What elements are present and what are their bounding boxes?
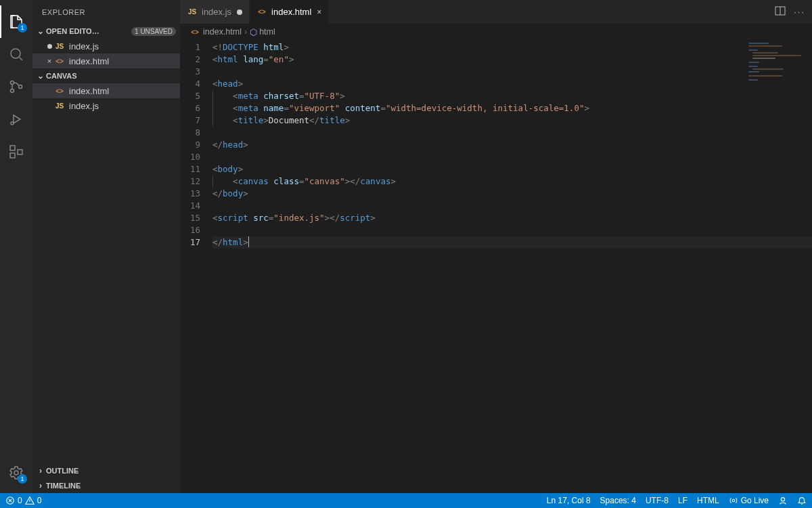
svg-point-12 xyxy=(781,498,784,501)
section-workspace[interactable]: ⌄ CANVAS xyxy=(32,68,180,83)
close-icon[interactable]: × xyxy=(45,57,54,65)
status-spaces[interactable]: Spaces: 4 xyxy=(600,496,636,505)
svg-point-11 xyxy=(732,499,735,502)
tab-label: index.html xyxy=(271,7,311,17)
html-file-icon: <> xyxy=(256,7,267,18)
js-file-icon: JS xyxy=(54,100,65,111)
section-outline-label: OUTLINE xyxy=(46,467,180,475)
activity-extensions-icon[interactable] xyxy=(0,135,32,168)
section-workspace-label: CANVAS xyxy=(46,72,180,80)
file-tree-item[interactable]: JSindex.js xyxy=(32,98,180,113)
sidebar: EXPLORER ⌄ OPEN EDITO… 1 UNSAVED JSindex… xyxy=(32,0,180,493)
section-timeline[interactable]: › TIMELINE xyxy=(32,478,180,493)
status-cursor[interactable]: Ln 17, Col 8 xyxy=(547,496,591,505)
dirty-indicator-icon xyxy=(237,7,242,17)
status-encoding[interactable]: UTF-8 xyxy=(646,496,669,505)
js-file-icon: JS xyxy=(187,7,198,18)
file-tree-label: index.js xyxy=(69,101,99,111)
section-open-editors-label: OPEN EDITO… xyxy=(46,27,131,35)
svg-rect-6 xyxy=(10,153,15,158)
tabs-row: JSindex.js<>index.html× ··· xyxy=(180,0,812,24)
tab-active[interactable]: <>index.html× xyxy=(250,0,329,24)
status-warnings: 0 xyxy=(37,496,42,505)
svg-point-0 xyxy=(11,49,20,58)
split-editor-icon[interactable] xyxy=(775,5,786,18)
tab[interactable]: JSindex.js xyxy=(180,0,250,24)
svg-point-8 xyxy=(14,471,18,475)
chevron-right-icon: › xyxy=(35,481,46,490)
file-tree-item[interactable]: <>index.html xyxy=(32,83,180,98)
status-bar: 0 0 Ln 17, Col 8 Spaces: 4 UTF-8 LF HTML… xyxy=(0,493,812,508)
activity-source-control-icon[interactable] xyxy=(0,70,32,103)
explorer-badge: 1 xyxy=(18,23,27,33)
status-problems[interactable]: 0 0 xyxy=(5,496,41,505)
svg-rect-7 xyxy=(18,150,22,154)
activity-search-icon[interactable] xyxy=(0,38,32,70)
svg-point-2 xyxy=(11,89,14,93)
status-errors: 0 xyxy=(18,496,22,505)
activity-explorer-icon[interactable]: 1 xyxy=(0,5,32,38)
text-cursor xyxy=(248,236,249,247)
js-file-icon: JS xyxy=(54,41,65,51)
editor[interactable]: 1234567891011121314151617 <!DOCTYPE html… xyxy=(180,40,812,493)
open-editor-label: index.html xyxy=(69,56,109,66)
unsaved-pill: 1 UNSAVED xyxy=(131,27,176,36)
file-tree-label: index.html xyxy=(69,86,109,96)
activity-settings-icon[interactable]: 1 xyxy=(0,457,32,489)
svg-rect-5 xyxy=(10,146,15,150)
editor-group: JSindex.js<>index.html× ··· <> index.htm… xyxy=(180,0,812,493)
svg-point-4 xyxy=(11,122,14,125)
breadcrumb-separator-icon: › xyxy=(244,27,247,37)
symbol-icon: ⬡ xyxy=(250,27,257,37)
breadcrumb-file: index.html xyxy=(203,27,242,37)
chevron-down-icon: ⌄ xyxy=(35,26,46,36)
open-editor-label: index.js xyxy=(69,41,99,51)
status-eol[interactable]: LF xyxy=(678,496,687,505)
sidebar-title: EXPLORER xyxy=(32,0,180,24)
html-file-icon: <> xyxy=(54,85,65,96)
status-bell-icon[interactable] xyxy=(797,496,807,505)
chevron-down-icon: ⌄ xyxy=(35,71,46,81)
dirty-indicator-icon xyxy=(45,44,54,49)
status-feedback-icon[interactable] xyxy=(778,496,788,505)
breadcrumb-symbol: html xyxy=(259,27,275,37)
section-open-editors[interactable]: ⌄ OPEN EDITO… 1 UNSAVED xyxy=(32,24,180,39)
breadcrumbs[interactable]: <> index.html › ⬡ html xyxy=(180,24,812,40)
tab-label: index.js xyxy=(202,7,231,17)
code-area[interactable]: <!DOCTYPE html><html lang="en"><head> <m… xyxy=(212,40,812,493)
open-editor-item[interactable]: ×<>index.html xyxy=(32,54,180,68)
section-outline[interactable]: › OUTLINE xyxy=(32,463,180,478)
settings-badge: 1 xyxy=(18,474,27,484)
close-tab-icon[interactable]: × xyxy=(317,7,321,17)
svg-point-1 xyxy=(11,81,14,85)
status-language[interactable]: HTML xyxy=(697,496,719,505)
activity-run-debug-icon[interactable] xyxy=(0,103,32,135)
more-actions-icon[interactable]: ··· xyxy=(794,7,805,17)
activity-bar: 1 1 xyxy=(0,0,32,493)
chevron-right-icon: › xyxy=(35,466,46,475)
line-gutter: 1234567891011121314151617 xyxy=(180,40,212,493)
status-golive[interactable]: Go Live xyxy=(729,496,769,505)
html-file-icon: <> xyxy=(189,26,200,37)
open-editor-item[interactable]: JSindex.js xyxy=(32,39,180,54)
section-timeline-label: TIMELINE xyxy=(46,482,180,490)
svg-point-3 xyxy=(19,85,22,89)
html-file-icon: <> xyxy=(54,56,65,66)
